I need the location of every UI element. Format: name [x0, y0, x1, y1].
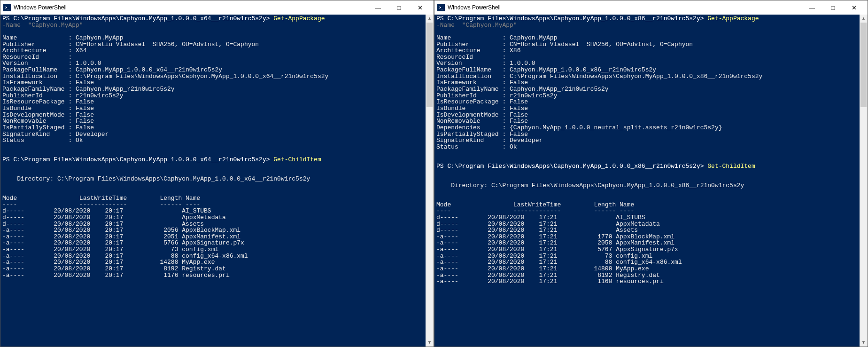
scroll-up-button[interactable]: ▲	[860, 15, 868, 23]
minimize-button[interactable]: ―	[801, 0, 822, 15]
powershell-icon: >_	[437, 4, 445, 11]
console-output[interactable]: PS C:\Program Files\WindowsApps\Caphyon.…	[434, 15, 860, 347]
powershell-icon: >_	[3, 4, 11, 11]
powershell-window-left: >_ Windows PowerShell ― □ ✕ PS C:\Progra…	[0, 0, 434, 347]
close-button[interactable]: ✕	[844, 0, 865, 15]
scroll-up-button[interactable]: ▲	[426, 15, 434, 23]
powershell-window-right: >_ Windows PowerShell ― □ ✕ PS C:\Progra…	[434, 0, 868, 347]
window-title: Windows PowerShell	[14, 4, 367, 11]
minimize-button[interactable]: ―	[367, 0, 388, 15]
scroll-thumb[interactable]	[860, 23, 867, 107]
scroll-down-button[interactable]: ▼	[860, 339, 868, 347]
scrollbar[interactable]: ▲ ▼	[860, 15, 868, 347]
maximize-button[interactable]: □	[822, 0, 844, 15]
titlebar[interactable]: >_ Windows PowerShell ― □ ✕	[434, 0, 868, 15]
window-title: Windows PowerShell	[448, 4, 801, 11]
maximize-button[interactable]: □	[388, 0, 410, 15]
console-output[interactable]: PS C:\Program Files\WindowsApps\Caphyon.…	[0, 15, 426, 347]
titlebar[interactable]: >_ Windows PowerShell ― □ ✕	[0, 0, 434, 15]
scrollbar[interactable]: ▲ ▼	[426, 15, 434, 347]
close-button[interactable]: ✕	[410, 0, 431, 15]
scroll-thumb[interactable]	[426, 23, 433, 107]
scroll-down-button[interactable]: ▼	[426, 339, 434, 347]
